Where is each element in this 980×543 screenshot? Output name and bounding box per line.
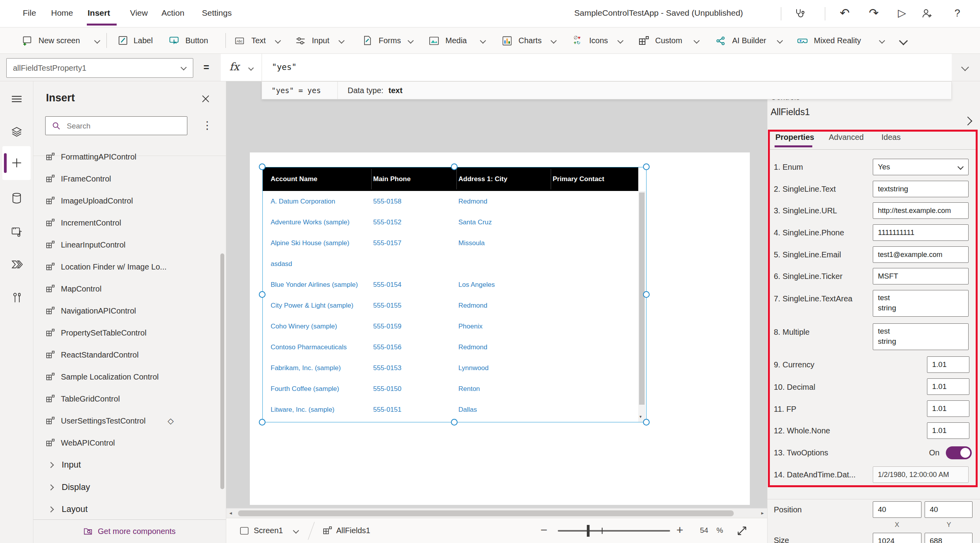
get-more-components-link[interactable]: Get more components <box>33 519 226 543</box>
table-scrollbar-thumb[interactable] <box>639 193 645 405</box>
tab-properties[interactable]: Properties <box>775 133 814 142</box>
ribbon-label[interactable]: Label <box>134 28 153 54</box>
ribbon-new-screen[interactable]: New screen <box>38 28 80 54</box>
breadcrumb-screen[interactable]: Screen1 <box>254 518 283 543</box>
field-singleline-text-input[interactable]: textstring <box>873 181 969 197</box>
power-automate-icon[interactable] <box>11 259 23 270</box>
selection-handle-mid-left[interactable] <box>259 291 266 298</box>
app-checker-icon[interactable] <box>793 8 805 20</box>
zoom-in-button[interactable]: + <box>676 518 683 542</box>
tab-advanced[interactable]: Advanced <box>829 133 864 142</box>
field-fp-input[interactable]: 1.01 <box>927 400 969 417</box>
hamburger-menu-icon[interactable] <box>11 94 22 104</box>
selection-handle-top-center[interactable] <box>451 163 458 170</box>
field-decimal-input[interactable]: 1.01 <box>927 378 969 395</box>
undo-icon[interactable]: ↶ <box>840 0 850 28</box>
property-selector[interactable]: allFieldTestProperty1 <box>6 58 193 78</box>
field-singleline-textarea-input[interactable]: test string <box>873 290 969 317</box>
list-item-incrementcontrol[interactable]: IncrementControl <box>33 212 220 234</box>
media-rail-icon[interactable] <box>11 226 23 237</box>
column-header[interactable]: Main Phone <box>373 167 410 191</box>
menu-settings[interactable]: Settings <box>202 0 232 26</box>
allfields-table-control[interactable]: Account Name Main Phone Address 1: City … <box>262 167 647 422</box>
scroll-right-arrow-icon[interactable]: ▸ <box>761 508 764 518</box>
scroll-left-arrow-icon[interactable]: ◂ <box>229 508 232 518</box>
menu-home[interactable]: Home <box>51 0 73 26</box>
list-item-mapcontrol[interactable]: MapControl <box>33 278 220 300</box>
selection-handle-bottom-center[interactable] <box>451 419 458 426</box>
section-display[interactable]: Display <box>33 476 220 498</box>
list-item-usersettingstestcontrol[interactable]: UserSettingsTestControl ◇ <box>33 410 220 432</box>
ribbon-icons[interactable]: Icons <box>589 28 608 54</box>
redo-icon[interactable]: ↷ <box>869 0 879 28</box>
ribbon-mixed-reality[interactable]: Mixed Reality <box>814 28 861 54</box>
section-layout[interactable]: Layout <box>33 498 220 520</box>
list-item-formattingapicontrol[interactable]: FormattingAPIControl <box>33 146 220 168</box>
menu-file[interactable]: File <box>23 0 36 26</box>
selection-handle-top-left[interactable] <box>259 163 266 170</box>
selection-handle-top-right[interactable] <box>643 163 650 170</box>
ribbon-charts[interactable]: Charts <box>518 28 542 54</box>
canvas-hscrollbar[interactable]: ◂ ▸ <box>226 508 767 518</box>
formula-input[interactable]: "yes" <box>272 54 297 81</box>
selection-handle-bottom-left[interactable] <box>259 419 266 426</box>
field-enum-dropdown[interactable]: Yes <box>873 159 969 175</box>
selection-handle-mid-right[interactable] <box>643 291 650 298</box>
menu-action[interactable]: Action <box>161 0 184 26</box>
selection-handle-bottom-right[interactable] <box>643 419 650 426</box>
list-item-webapicontrol[interactable]: WebAPIControl <box>33 432 220 454</box>
ribbon-text[interactable]: Text <box>251 28 266 54</box>
list-item-location-finder[interactable]: Location Finder w/ Image Lo... <box>33 256 220 278</box>
field-singleline-email-input[interactable]: test1@example.com <box>873 246 969 263</box>
section-input[interactable]: Input <box>33 454 220 476</box>
list-item-iframecontrol[interactable]: IFrameControl <box>33 168 220 190</box>
ribbon-ai-builder[interactable]: AI Builder <box>732 28 766 54</box>
field-singleline-ticker-input[interactable]: MSFT <box>873 268 969 284</box>
ribbon-media[interactable]: Media <box>445 28 467 54</box>
ribbon-button[interactable]: Button <box>185 28 208 54</box>
zoom-out-button[interactable]: − <box>540 518 548 542</box>
table-scrollbar-track[interactable]: ▾ <box>638 191 645 422</box>
list-item-imageuploadcontrol[interactable]: ImageUploadControl <box>33 190 220 212</box>
field-dateandtime-input[interactable]: 1/2/1980, 12:00:00 AM <box>873 466 969 483</box>
zoom-slider-track[interactable] <box>558 530 670 532</box>
ribbon-input[interactable]: Input <box>312 28 329 54</box>
field-whole-none-input[interactable]: 1.01 <box>927 422 969 439</box>
ribbon-forms[interactable]: Forms <box>379 28 401 54</box>
tree-view-icon[interactable] <box>11 127 22 137</box>
close-icon[interactable] <box>201 94 210 103</box>
list-item-tablegridcontrol[interactable]: TableGridControl <box>33 388 220 410</box>
column-header[interactable]: Account Name <box>271 167 317 191</box>
zoom-slider-thumb[interactable] <box>587 525 590 537</box>
list-item-reactstandardcontrol[interactable]: ReactStandardControl <box>33 344 220 366</box>
position-y-input[interactable]: 40 <box>925 501 973 518</box>
breadcrumb-control[interactable]: AllFields1 <box>336 518 370 543</box>
data-sources-icon[interactable] <box>11 193 22 204</box>
field-singleline-phone-input[interactable]: 1111111111 <box>873 224 969 241</box>
ribbon-custom[interactable]: Custom <box>655 28 682 54</box>
tools-icon[interactable] <box>12 292 22 304</box>
list-item-linearinputcontrol[interactable]: LinearInputControl <box>33 234 220 256</box>
fit-to-window-icon[interactable] <box>736 525 748 537</box>
tab-ideas[interactable]: Ideas <box>881 133 901 142</box>
insert-plus-icon[interactable] <box>11 158 22 168</box>
panel-kebab-icon[interactable]: ⋮ <box>202 116 212 135</box>
fx-button[interactable]: fx <box>229 54 239 81</box>
canvas-hscrollbar-thumb[interactable] <box>238 510 734 516</box>
column-header[interactable]: Primary Contact <box>553 167 604 191</box>
field-singleline-url-input[interactable]: http://test.example.com <box>873 202 969 219</box>
preview-play-icon[interactable]: ▷ <box>898 0 906 28</box>
help-icon[interactable]: ? <box>954 0 960 28</box>
field-multiple-input[interactable]: test string <box>873 323 969 350</box>
menu-insert[interactable]: Insert <box>88 0 110 26</box>
scroll-down-arrow-icon[interactable]: ▾ <box>639 414 642 419</box>
size-width-input[interactable]: 1024 <box>873 533 921 543</box>
chevron-down-icon[interactable] <box>293 528 299 534</box>
size-height-input[interactable]: 688 <box>925 533 973 543</box>
search-box[interactable] <box>45 116 187 135</box>
field-currency-input[interactable]: 1.01 <box>927 356 969 373</box>
search-input[interactable] <box>66 117 185 135</box>
list-item-propertysettablecontrol[interactable]: PropertySetTableControl <box>33 322 220 344</box>
twooptions-toggle[interactable] <box>946 446 972 459</box>
share-user-icon[interactable] <box>921 8 932 19</box>
